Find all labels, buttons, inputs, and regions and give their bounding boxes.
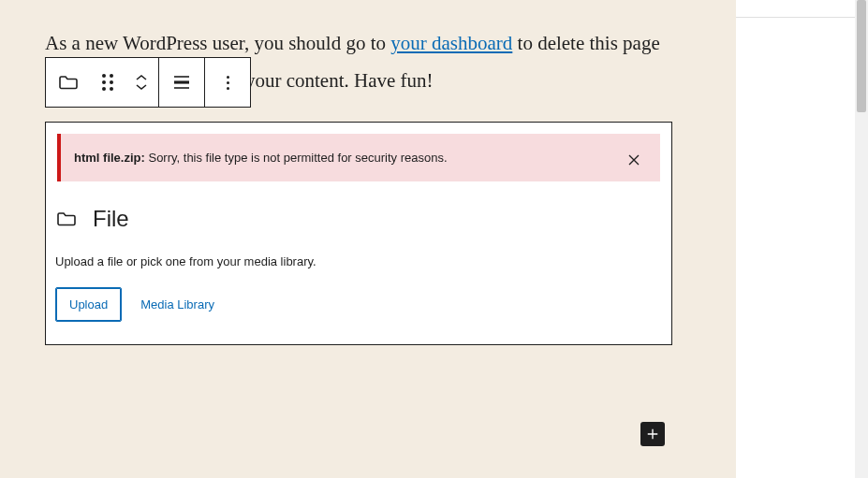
block-type-button[interactable]: [46, 58, 91, 107]
scrollbar[interactable]: [855, 0, 868, 478]
chevron-up-icon: [135, 73, 148, 82]
close-icon: [625, 151, 643, 169]
file-block[interactable]: html file.zip: Sorry, this file type is …: [45, 122, 672, 345]
sidebar-divider: [736, 17, 868, 18]
error-message: Sorry, this file type is not permitted f…: [145, 151, 448, 165]
scroll-thumb[interactable]: [857, 0, 866, 112]
align-icon: [170, 71, 193, 94]
add-block-button[interactable]: [640, 422, 665, 446]
plus-icon: [644, 426, 661, 442]
media-library-button[interactable]: Media Library: [140, 297, 214, 311]
paragraph-text-1: As a new WordPress user, you should go t…: [45, 32, 390, 54]
block-toolbar: [45, 57, 251, 108]
error-notice: html file.zip: Sorry, this file type is …: [57, 134, 660, 181]
file-block-actions: Upload Media Library: [46, 268, 671, 344]
file-block-header: File: [46, 196, 671, 232]
chevron-down-icon: [135, 82, 148, 92]
dashboard-link[interactable]: your dashboard: [390, 32, 512, 54]
editor-canvas: As a new WordPress user, you should go t…: [0, 0, 736, 478]
file-icon: [57, 71, 80, 94]
kebab-icon: [227, 76, 229, 79]
drag-icon: [102, 74, 113, 91]
more-options-button[interactable]: [205, 58, 250, 107]
dismiss-error-button[interactable]: [619, 145, 649, 175]
error-filename: html file.zip:: [74, 151, 145, 165]
settings-sidebar: [736, 0, 868, 478]
file-icon: [55, 208, 78, 230]
file-block-title: File: [93, 206, 129, 232]
drag-handle[interactable]: [91, 58, 125, 107]
align-button[interactable]: [159, 58, 204, 107]
move-buttons[interactable]: [125, 58, 158, 107]
file-block-description: Upload a file or pick one from your medi…: [46, 232, 671, 268]
upload-button[interactable]: Upload: [55, 287, 122, 322]
